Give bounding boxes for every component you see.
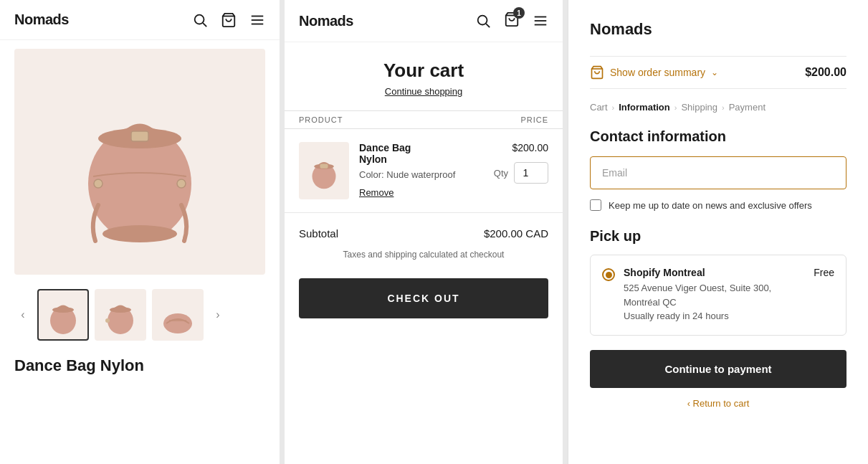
breadcrumb-shipping: Shipping	[681, 102, 717, 113]
svg-rect-27	[320, 164, 328, 168]
breadcrumb-sep-2: ›	[674, 103, 677, 112]
pickup-details: Shopify Montreal 525 Avenue Viger Ouest,…	[624, 267, 805, 323]
breadcrumb-payment: Payment	[729, 102, 766, 113]
cart-item-color: Color: Nude waterproof	[359, 169, 484, 180]
newsletter-label: Keep me up to date on news and exclusive…	[609, 200, 812, 211]
cart-icon[interactable]	[221, 12, 237, 28]
pickup-option[interactable]: Shopify Montreal 525 Avenue Viger Ouest,…	[590, 255, 846, 336]
checkout-button[interactable]: CHECK OUT	[299, 278, 548, 318]
cart-item-right: $200.00 Qty	[494, 142, 548, 184]
left-nav-icons	[192, 12, 265, 28]
middle-nav-icons: 1	[475, 11, 548, 30]
svg-point-10	[94, 179, 102, 188]
order-summary-price: $200.00	[805, 66, 846, 79]
menu-icon[interactable]	[249, 12, 265, 28]
quantity-row: Qty	[494, 162, 548, 184]
product-title: Dance Bag Nylon	[0, 346, 280, 381]
subtotal-row: Subtotal $200.00 CAD	[299, 227, 548, 240]
cart-badge-wrap[interactable]: 1	[504, 11, 520, 30]
quantity-label: Qty	[494, 168, 508, 179]
subtotal-section: Subtotal $200.00 CAD	[285, 213, 563, 247]
thumbnail-1[interactable]	[37, 289, 89, 341]
thumbnails-row: ‹ ›	[0, 283, 280, 346]
cart-title: Your cart	[285, 42, 563, 85]
search-icon[interactable]	[192, 12, 208, 28]
newsletter-row: Keep me up to date on news and exclusive…	[590, 199, 846, 211]
order-summary-text: Show order summary	[610, 67, 705, 78]
middle-panel: Nomads 1 Your cart Continue shopping PRO…	[284, 0, 563, 464]
prev-thumb-button[interactable]: ‹	[14, 306, 32, 323]
continue-shopping-anchor[interactable]: Continue shopping	[385, 86, 462, 97]
cart-item-name: Dance Bag Nylon	[359, 142, 484, 165]
cart-table-header: PRODUCT PRICE	[285, 110, 563, 129]
svg-rect-8	[131, 131, 148, 141]
subtotal-value: $200.00 CAD	[484, 227, 548, 240]
radio-dot	[606, 272, 612, 278]
svg-point-15	[110, 307, 131, 313]
order-summary-toggle[interactable]: Show order summary ⌄	[590, 65, 718, 80]
mid-menu-icon[interactable]	[533, 13, 548, 29]
cart-item: Dance Bag Nylon Color: Nude waterproof R…	[285, 129, 563, 213]
svg-point-11	[177, 179, 186, 188]
product-column-header: PRODUCT	[299, 115, 343, 124]
quantity-input[interactable]	[514, 162, 548, 184]
breadcrumb: Cart › Information › Shipping › Payment	[590, 102, 846, 113]
left-panel: Nomads	[0, 0, 280, 464]
mid-search-icon[interactable]	[475, 13, 491, 29]
continue-shopping-link[interactable]: Continue shopping	[285, 85, 563, 110]
thumbnail-2[interactable]	[95, 289, 146, 341]
cart-item-price: $200.00	[512, 142, 548, 153]
contact-section-title: Contact information	[590, 128, 846, 145]
right-panel: Nomads Show order summary ⌄ $200.00 Cart…	[568, 0, 868, 464]
thumb-bag-3	[159, 293, 196, 336]
pickup-radio[interactable]	[602, 268, 615, 281]
return-to-cart-link[interactable]: ‹ Return to cart	[590, 398, 846, 409]
svg-point-13	[52, 307, 74, 313]
svg-point-19	[478, 16, 487, 25]
bag-illustration	[68, 72, 211, 252]
order-summary-bar: Show order summary ⌄ $200.00	[590, 56, 846, 89]
svg-point-17	[163, 313, 192, 333]
product-main-image	[14, 49, 265, 275]
cart-count-badge: 1	[513, 7, 525, 19]
breadcrumb-sep-3: ›	[722, 103, 725, 112]
svg-point-16	[105, 318, 110, 323]
continue-to-payment-button[interactable]: Continue to payment	[590, 350, 846, 388]
newsletter-checkbox[interactable]	[590, 199, 601, 211]
next-thumb-button[interactable]: ›	[209, 306, 226, 323]
remove-item-button[interactable]: Remove	[359, 187, 394, 198]
middle-logo: Nomads	[299, 13, 353, 29]
svg-line-20	[486, 24, 490, 27]
svg-point-9	[102, 225, 177, 242]
pickup-location-name: Shopify Montreal	[624, 267, 805, 278]
breadcrumb-information[interactable]: Information	[619, 102, 670, 113]
subtotal-label: Subtotal	[299, 227, 338, 240]
cart-item-details: Dance Bag Nylon Color: Nude waterproof R…	[359, 142, 484, 199]
left-navbar: Nomads	[0, 0, 280, 40]
thumbnail-3[interactable]	[152, 289, 204, 341]
taxes-note: Taxes and shipping calculated at checkou…	[285, 247, 563, 273]
middle-navbar: Nomads 1	[285, 0, 563, 42]
svg-point-0	[195, 14, 204, 24]
chevron-down-icon: ⌄	[711, 67, 718, 77]
cart-item-thumbnail	[299, 142, 349, 199]
left-logo: Nomads	[14, 11, 69, 28]
thumb-bag-2	[102, 293, 139, 336]
cart-item-bag-img	[307, 151, 341, 191]
svg-line-1	[203, 23, 206, 27]
price-column-header: PRICE	[520, 115, 548, 124]
breadcrumb-cart[interactable]: Cart	[590, 102, 608, 113]
email-input[interactable]	[590, 156, 846, 189]
thumb-bag-1	[44, 293, 82, 336]
pickup-address: 525 Avenue Viger Ouest, Suite 300, Montr…	[624, 281, 805, 323]
right-logo: Nomads	[590, 20, 846, 39]
order-cart-icon	[590, 65, 604, 80]
pickup-price: Free	[814, 267, 834, 278]
breadcrumb-sep-1: ›	[612, 103, 615, 112]
pickup-title: Pick up	[590, 228, 846, 245]
